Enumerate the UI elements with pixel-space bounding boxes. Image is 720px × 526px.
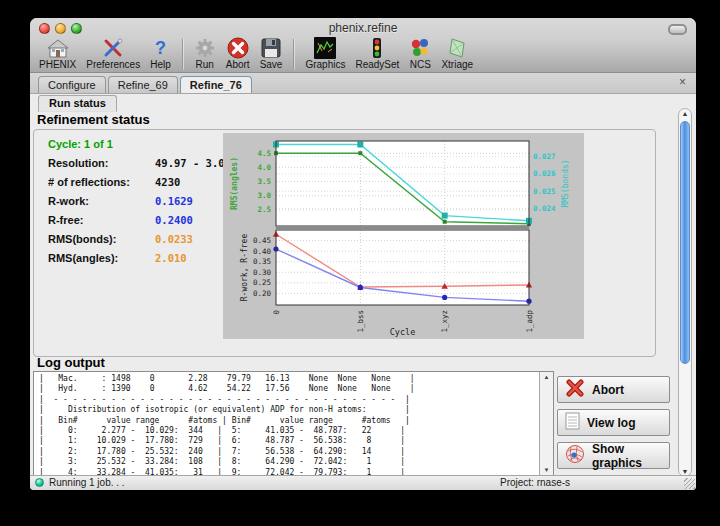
svg-text:0.40: 0.40 xyxy=(253,247,272,256)
svg-text:Cycle: Cycle xyxy=(390,327,416,337)
running-status-icon xyxy=(35,478,44,487)
toolbar-item-xtriage[interactable]: Xtriage xyxy=(436,36,478,72)
toolbar-toggle-button[interactable] xyxy=(668,24,687,35)
toolbar-item-readyset[interactable]: ReadySet xyxy=(350,36,404,72)
svg-text:R-work, R-free: R-work, R-free xyxy=(240,234,249,302)
resize-grip[interactable] xyxy=(684,478,695,489)
scroll-up-icon[interactable]: ▲ xyxy=(679,110,691,117)
abort-button-label: Abort xyxy=(592,383,624,397)
view-log-button-label: View log xyxy=(587,416,635,430)
toolbar-item-label: Abort xyxy=(226,59,250,70)
xtriage-crystal-icon xyxy=(446,36,468,59)
stat-value-r-free: 0.2400 xyxy=(155,214,193,226)
preferences-tools-icon xyxy=(102,36,124,59)
svg-text:0.35: 0.35 xyxy=(253,257,271,266)
refinement-chart: 2.53.03.54.04.50.0240.0250.0260.027RMS(a… xyxy=(223,133,584,339)
toolbar-item-label: Help xyxy=(150,59,171,70)
main-scrollbar-thumb[interactable] xyxy=(680,121,690,364)
project-label: Project: rnase-s xyxy=(500,477,570,488)
phenix-home-icon xyxy=(46,36,70,59)
phenix-refine-window: phenix.refine PHENIX Preferences ? Help xyxy=(30,18,696,490)
svg-text:0.30: 0.30 xyxy=(253,268,272,277)
toolbar-item-save[interactable]: Save xyxy=(255,36,288,72)
help-icon: ? xyxy=(155,36,166,59)
stat-value-reflections: 4230 xyxy=(155,176,180,188)
toolbar-item-ncs[interactable]: NCS xyxy=(404,36,436,72)
abort-icon xyxy=(227,36,249,59)
svg-text:3.5: 3.5 xyxy=(257,177,271,186)
svg-text:0.027: 0.027 xyxy=(533,152,556,161)
toolbar-item-help[interactable]: ? Help xyxy=(145,36,176,72)
abort-button[interactable]: Abort xyxy=(557,376,670,403)
scroll-up-icon[interactable]: ▲ xyxy=(540,374,553,380)
tab-configure[interactable]: Configure xyxy=(38,76,106,93)
toolbar-item-phenix[interactable]: PHENIX xyxy=(34,36,81,72)
tab-refine-69[interactable]: Refine_69 xyxy=(108,76,178,93)
show-graphics-button-label: Show graphics xyxy=(592,442,669,470)
cycle-label: Cycle: 1 of 1 xyxy=(48,138,113,150)
tab-refine-76[interactable]: Refine_76 xyxy=(180,76,252,93)
svg-text:0.45: 0.45 xyxy=(253,236,271,245)
window-chrome: phenix.refine PHENIX Preferences ? Help xyxy=(30,18,696,73)
toolbar-item-label: Xtriage xyxy=(441,59,473,70)
save-floppy-icon xyxy=(260,36,282,59)
stat-label-rms-bonds: RMS(bonds): xyxy=(48,233,116,245)
show-graphics-button[interactable]: Show graphics xyxy=(557,442,670,469)
svg-text:4.0: 4.0 xyxy=(257,163,271,172)
svg-text:1_xyz: 1_xyz xyxy=(440,310,449,333)
refinement-status-heading: Refinement status xyxy=(37,112,150,127)
svg-text:0.024: 0.024 xyxy=(533,204,556,213)
svg-text:0.25: 0.25 xyxy=(253,278,271,287)
toolbar-separator xyxy=(293,39,294,70)
stat-label-reflections: # of reflections: xyxy=(48,176,130,188)
toolbar-item-label: ReadySet xyxy=(355,59,399,70)
toolbar-item-label: NCS xyxy=(410,59,431,70)
svg-text:0.026: 0.026 xyxy=(533,169,556,178)
main-scrollbar[interactable]: ▲ ▼ xyxy=(678,108,692,477)
svg-text:2.5: 2.5 xyxy=(257,205,271,214)
stat-label-r-work: R-work: xyxy=(48,195,89,207)
toolbar-item-label: Save xyxy=(260,59,283,70)
view-log-document-icon xyxy=(565,412,580,433)
svg-text:RMS(angles): RMS(angles) xyxy=(230,157,239,210)
svg-text:0: 0 xyxy=(272,310,281,315)
toolbar-item-graphics[interactable]: Graphics xyxy=(300,36,350,72)
stat-value-r-work: 0.1629 xyxy=(155,195,193,207)
svg-text:4.5: 4.5 xyxy=(257,149,271,158)
tab-close-icon[interactable]: × xyxy=(679,76,686,88)
tab-bar: Configure Refine_69 Refine_76 × xyxy=(30,73,696,94)
graphics-density-icon xyxy=(314,36,336,59)
log-output-box[interactable]: | Mac. : 1498 0 2.28 79.79 16.13 None No… xyxy=(33,371,554,476)
toolbar-item-label: Preferences xyxy=(86,59,140,70)
svg-text:0.025: 0.025 xyxy=(533,187,556,196)
ncs-molecules-icon xyxy=(409,36,431,59)
window-title: phenix.refine xyxy=(30,21,696,35)
toolbar-item-label: Graphics xyxy=(305,59,345,70)
running-status-text: Running 1 job. . . xyxy=(49,477,125,488)
toolbar-item-abort[interactable]: Abort xyxy=(221,36,255,72)
svg-text:3.0: 3.0 xyxy=(257,191,271,200)
toolbar-item-label: Run xyxy=(196,59,214,70)
stat-label-rms-angles: RMS(angles): xyxy=(48,252,118,264)
stat-value-rms-bonds: 0.0233 xyxy=(155,233,193,245)
stat-value-rms-angles: 2.010 xyxy=(155,252,187,264)
svg-text:1_adp: 1_adp xyxy=(525,310,534,333)
scroll-down-icon[interactable]: ▼ xyxy=(540,467,553,473)
scroll-down-icon[interactable]: ▼ xyxy=(679,468,691,475)
run-gear-icon xyxy=(194,36,216,59)
status-bar: Running 1 job. . . Project: rnase-s xyxy=(30,475,696,490)
tab-run-status[interactable]: Run status xyxy=(38,95,117,112)
toolbar-item-label: PHENIX xyxy=(39,59,76,70)
svg-text:0.20: 0.20 xyxy=(253,289,272,298)
log-output-heading: Log output xyxy=(37,355,105,370)
svg-text:RMS(bonds): RMS(bonds) xyxy=(561,159,570,207)
stat-value-resolution: 49.97 - 3.00 xyxy=(155,157,231,169)
toolbar: PHENIX Preferences ? Help Run xyxy=(34,37,478,72)
log-scrollbar[interactable]: ▲ ▼ xyxy=(539,372,553,475)
toolbar-separator xyxy=(182,39,183,70)
view-log-button[interactable]: View log xyxy=(557,409,670,436)
toolbar-item-preferences[interactable]: Preferences xyxy=(81,36,145,72)
readyset-traffic-light-icon xyxy=(366,36,388,59)
toolbar-item-run[interactable]: Run xyxy=(189,36,221,72)
log-text: | Mac. : 1498 0 2.28 79.79 16.13 None No… xyxy=(34,372,553,475)
